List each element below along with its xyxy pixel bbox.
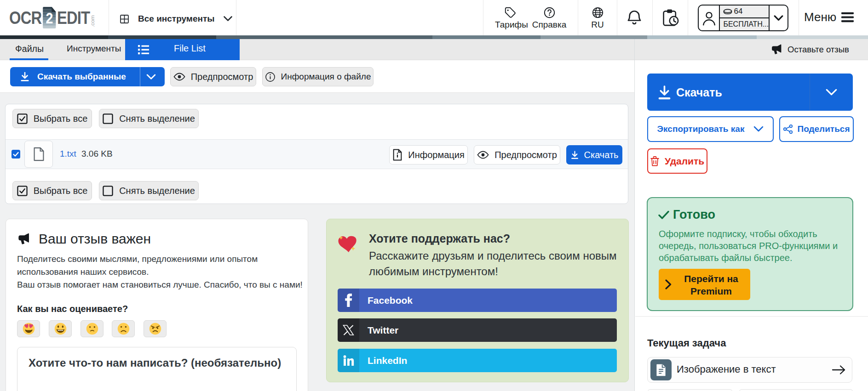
svg-text:2: 2: [46, 10, 53, 27]
